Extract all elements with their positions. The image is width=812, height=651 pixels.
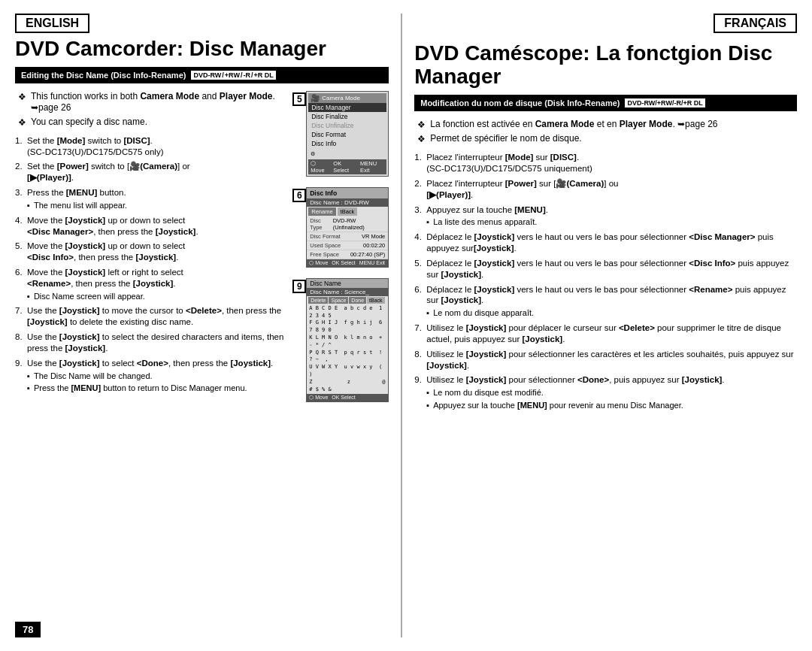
left-title: DVD Camcorder: Disc Manager [15,38,389,61]
right-step-content-3: Appuyez sur la touche [MENU]. ▪ La liste… [426,204,797,228]
right-subtitle-bar: Modification du nom de disque (Disk Info… [414,95,797,111]
screen9-wrapper: 9 Disc Name Disc Name : Science_ Delete … [306,278,389,403]
right-sub-text-9a: Le nom du disque est modifié. [433,387,544,398]
screen6-type-value: DVD-RW (Unfinalized) [333,217,386,231]
left-bullet-1: ❖ This function works in both Camera Mod… [18,91,298,114]
screen5-header-text: Camera Mode [322,95,360,101]
right-step-content-8: Utilisez le [Joystick] pour sélectionner… [426,349,797,371]
right-step-content-5: Déplacez le [Joystick] vers le haut ou v… [426,258,797,280]
step-num-5: 5. [15,241,27,252]
screen6-used-value: 00:02:20 [363,242,385,249]
right-bullets: ❖ La fonction est activée en Camera Mode… [414,119,797,146]
screen5-item-unfinalize: Disc Unfinalize [308,121,386,130]
lang-header-en: ENGLISH [15,14,389,38]
screen5-ok-text: OK Select [333,160,356,174]
right-bullet-1-text: La fonction est activée en Camera Mode e… [430,119,717,131]
left-step-3-sub: ▪ The menu list will appear. [27,200,298,210]
sub-bullet-mark-3: ▪ [27,200,30,210]
screen5-wrapper: 5 🎥 Camera Mode Disc Manager Disc Finali… [306,91,389,177]
step-num-7: 7. [15,305,27,316]
step-content-3: Press the [MENU] button. ▪ The menu list… [27,187,298,210]
screen6-disc-name: Disc Name : DVD-RW [307,198,388,207]
screen5-footer: ⬡ Move OK Select MENU Exit [308,159,386,174]
screen5-format-label: Disc Format [311,131,346,138]
right-bullet-2: ❖ Permet de spécifier le nom de disque. [417,133,797,146]
right-sub-text-3: La liste des menus apparaît. [433,216,537,227]
right-bullet-diamond-2: ❖ [417,134,426,146]
right-step-num-7: 7. [414,322,426,334]
step-content-4: Move the [Joystick] up or down to select… [27,215,298,238]
screen6-free-value: 00:27:40 (SP) [350,251,385,258]
bullet-diamond-1: ❖ [18,92,26,104]
screen9-space-btn[interactable]: Space [329,297,348,304]
sub-bullet-6-text: Disc Name screen will appear. [34,291,145,301]
right-step-9: 9. Utilisez le [Joystick] pour sélection… [414,374,797,410]
right-sub-text-6: Le nom du disque apparaît. [433,307,534,318]
right-lang-wrap: FRANÇAIS [414,14,797,38]
right-bullet-2-text: Permet de spécifier le nom de disque. [430,133,581,145]
left-text-col: ❖ This function works in both Camera Mod… [15,91,298,403]
sub-bullet-mark-9b: ▪ [27,383,30,393]
right-step-2: 2. Placez l'interrupteur [Power] sur [🎥(… [414,178,797,201]
bullet-diamond-2: ❖ [18,117,26,129]
right-step-5: 5. Déplacez le [Joystick] vers le haut o… [414,258,797,280]
screen9-chars: A B C D E a b c d e 1 2 3 4 5 F G H I J … [307,304,388,395]
screen5-discmgr-label: Disc Manager [311,104,350,111]
right-step-1: 1. Placez l'interrupteur [Mode] sur [DIS… [414,152,797,174]
screen6-rename-btn[interactable]: Rename [308,207,335,216]
step-num-4: 4. [15,215,27,226]
left-step-6: 6. Move the [Joystick] left or right to … [15,267,298,301]
screen5-menu-text: MENU Exit [360,160,384,174]
screen6-box: Disc Info Disc Name : DVD-RW Rename tBac… [306,187,389,268]
screen5-item-discmgr: Disc Manager [308,103,386,112]
right-title: DVD Caméscope: La fonctgion Disc Manager [414,42,797,89]
screen9-done-btn[interactable]: Done [349,297,366,304]
right-bullet-1: ❖ La fonction est activée en Camera Mode… [417,119,797,132]
right-step-4: 4. Déplacez le [Joystick] vers le haut o… [414,232,797,254]
left-subtitle-text: Editing the Disc Name (Disc Info-Rename) [21,71,186,80]
left-column: ENGLISH DVD Camcorder: Disc Manager Edit… [15,14,402,637]
screen5-box: 🎥 Camera Mode Disc Manager Disc Finalize… [306,91,389,177]
right-step-num-2: 2. [414,178,426,189]
left-step-1: 1. Set the [Mode] switch to [DISC].(SC-D… [15,135,298,158]
right-subtitle-text: Modification du nom de disque (Disk Info… [420,98,620,107]
right-step-num-8: 8. [414,349,426,360]
screen9-delete-btn[interactable]: Delete [308,297,328,304]
screen9-tback-btn[interactable]: tBack [367,297,385,304]
screen9-disc-name: Disc Name : Science_ [307,288,388,296]
page-number: 78 [15,622,41,637]
page: ENGLISH DVD Camcorder: Disc Manager Edit… [0,0,812,651]
step-num-8: 8. [15,332,27,343]
right-sub-mark-9b: ▪ [426,400,429,410]
step-content-9: Use the [Joystick] to select <Done>, the… [27,358,298,394]
step-num-2: 2. [15,161,27,172]
screen5-item-info: Disc Info [308,139,386,148]
camera-icon-5: 🎥 [311,94,320,102]
screen6-num: 6 [292,189,306,202]
right-column: FRANÇAIS DVD Caméscope: La fonctgion Dis… [402,14,797,637]
right-step-content-4: Déplacez le [Joystick] vers le haut ou v… [426,232,797,254]
right-step-content-7: Utilisez le [Joystick] pour déplacer le … [426,322,797,345]
sub-bullet-3-text: The menu list will appear. [34,200,127,210]
screen5-info-label: Disc Info [311,140,336,147]
left-step-8: 8. Use the [Joystick] to select the desi… [15,332,298,354]
screen9-num: 9 [292,280,306,293]
step-num-6: 6. [15,267,27,278]
screen6-actions: Rename tBack [307,207,388,216]
screen9-ok-text: OK Select [332,395,356,401]
left-bullet-2-text: You can specify a disc name. [31,117,147,129]
left-step-9: 9. Use the [Joystick] to select <Done>, … [15,358,298,394]
right-sub-mark-6: ▪ [426,307,429,318]
left-step-4: 4. Move the [Joystick] up or down to sel… [15,215,298,238]
left-steps: 1. Set the [Mode] switch to [DISC].(SC-D… [15,135,298,394]
right-step-num-1: 1. [414,152,426,163]
screen9-box: Disc Name Disc Name : Science_ Delete Sp… [306,278,389,403]
right-sub-mark-9a: ▪ [426,387,429,398]
screen6-tback-btn[interactable]: tBack [338,207,358,216]
right-step-content-2: Placez l'interrupteur [Power] sur [🎥(Cam… [426,178,797,201]
screen6-used-label: Used Space [310,242,341,249]
screen6-row-free: Free Space 00:27:40 (SP) [307,250,388,259]
left-dvd-badge: DVD-RW/+RW/-R/+R DL [190,70,276,80]
screen6-free-label: Free Space [310,251,339,258]
screen9-move-text: ⬡ Move [309,395,328,401]
